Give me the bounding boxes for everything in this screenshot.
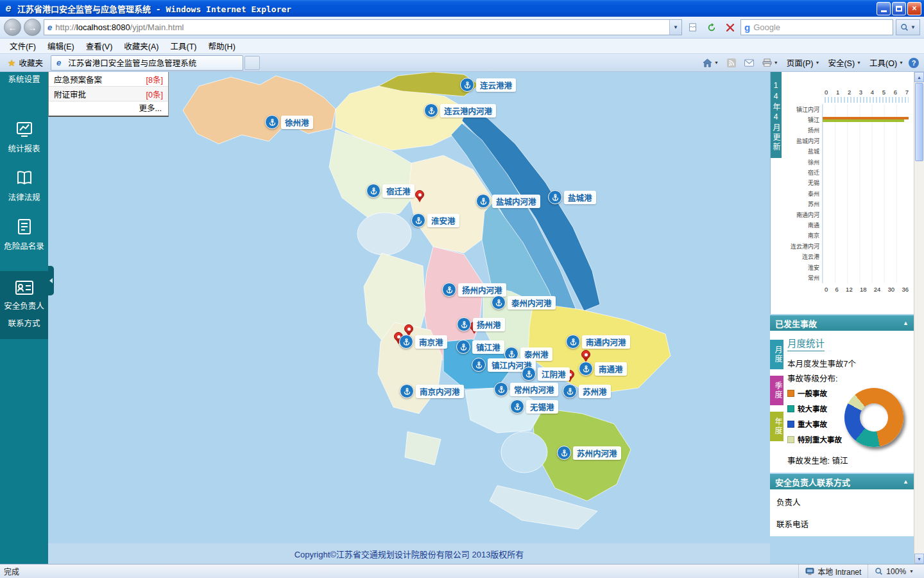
port-marker[interactable]: 常州内河港: [494, 382, 558, 396]
chart-category-label: 泰州: [782, 189, 822, 198]
search-input[interactable]: g Google: [740, 19, 893, 35]
new-tab-stub[interactable]: [244, 56, 260, 70]
port-marker[interactable]: 南京内河港: [400, 384, 464, 398]
location-pin-icon[interactable]: [581, 350, 591, 362]
sidebar-item-label: 危险品名录: [4, 240, 44, 252]
book-icon: [16, 170, 33, 186]
favorites-button[interactable]: ★ 收藏夹: [3, 57, 48, 69]
tab-main[interactable]: e 江苏省港口安全监管与应急管理系统: [51, 55, 243, 71]
forward-button[interactable]: →: [24, 19, 41, 36]
notice-label: 应急预案备案: [54, 73, 102, 85]
anchor-icon: [563, 384, 577, 398]
security-zone-indicator[interactable]: 本地 Intranet: [798, 565, 868, 578]
map-area[interactable]: 连云港港连云港内河港徐州港宿迁港淮安港盐城内河港盐城港扬州内河港泰州内河港扬州港…: [48, 72, 770, 564]
sidebar-item-system-settings[interactable]: 系统设置: [8, 73, 40, 85]
address-input[interactable]: e http://localhost:8080/yjpt/Main.html ▼: [44, 19, 682, 35]
search-button[interactable]: ▼: [896, 19, 920, 35]
anchor-icon: [457, 317, 471, 331]
port-marker[interactable]: 扬州内河港: [442, 283, 506, 297]
location-pin-icon[interactable]: [415, 190, 425, 202]
menu-item-tools[interactable]: 工具(T): [164, 38, 202, 54]
port-marker[interactable]: 淮安港: [411, 213, 459, 227]
port-marker[interactable]: 南京港: [399, 335, 447, 349]
safety-menu-button[interactable]: 安全(S) ▼: [825, 55, 864, 71]
port-marker[interactable]: 苏州内河港: [557, 446, 621, 460]
scroll-down-button[interactable]: ▼: [914, 554, 924, 564]
port-marker[interactable]: 泰州内河港: [492, 295, 556, 310]
port-marker[interactable]: 盐城港: [548, 190, 596, 204]
chart-track: [822, 199, 909, 209]
anchor-icon: [476, 194, 490, 208]
compatibility-view-button[interactable]: [685, 19, 701, 35]
port-marker[interactable]: 宿迁港: [366, 184, 415, 198]
maximize-button[interactable]: [892, 2, 906, 15]
anchor-icon: [265, 115, 279, 129]
home-icon: [703, 58, 712, 67]
page-menu-button[interactable]: 页面(P) ▼: [783, 55, 823, 71]
port-marker[interactable]: 扬州港: [457, 317, 505, 331]
menu-item-help[interactable]: 帮助(H): [202, 38, 241, 54]
legend-label: 一般事故: [798, 388, 827, 398]
help-button[interactable]: ?: [909, 58, 919, 68]
port-marker[interactable]: 无锡港: [510, 399, 558, 414]
legend-item: 特别重大事故: [787, 434, 842, 444]
sidebar-item-safety-contacts[interactable]: 安全负责人 联系方式: [0, 271, 48, 339]
menu-item-edit[interactable]: 编辑(E): [42, 38, 80, 54]
chart-category-label: 镇江内河: [782, 105, 822, 114]
scroll-up-button[interactable]: ▲: [914, 72, 924, 82]
accident-period-tab[interactable]: 年度: [770, 412, 783, 441]
feeds-button[interactable]: [724, 57, 739, 69]
menu-item-favorites[interactable]: 收藏夹(A): [118, 38, 164, 54]
accident-period-tab[interactable]: 季度: [770, 376, 783, 405]
vertical-scrollbar[interactable]: ▲ ▼: [914, 72, 924, 564]
back-button[interactable]: ←: [4, 19, 21, 36]
port-marker[interactable]: 苏州港: [563, 384, 611, 398]
menu-item-file[interactable]: 文件(F): [4, 38, 42, 54]
home-button[interactable]: ▼: [699, 57, 722, 69]
port-marker[interactable]: 江阴港: [522, 367, 570, 381]
port-label: 南京内河港: [416, 385, 464, 398]
search-placeholder: Google: [753, 22, 780, 32]
close-button[interactable]: ×: [907, 2, 921, 15]
intranet-zone-icon: [805, 568, 814, 575]
port-label: 宿迁港: [382, 184, 415, 198]
port-statistics-chart-panel: 14年4月更新 01234567 镇江内河镇江扬州盐城内河盐城徐州宿迁无锡泰州苏…: [770, 72, 914, 314]
sidebar-item-hazmat-list[interactable]: 危险品名录: [0, 213, 48, 257]
chart-category-label: 宿迁: [782, 168, 822, 177]
accident-period-tab[interactable]: 月度: [770, 340, 783, 369]
port-marker[interactable]: 徐州港: [265, 115, 313, 129]
notice-count-badge: [8条]: [146, 73, 163, 85]
port-marker[interactable]: 镇江港: [456, 340, 504, 354]
sidebar-collapse-handle[interactable]: [48, 266, 54, 295]
read-mail-button[interactable]: [741, 57, 757, 69]
sidebar-item-laws[interactable]: 法律法规: [0, 164, 48, 208]
menu-item-view[interactable]: 查看(V): [80, 38, 119, 54]
scrollbar-thumb[interactable]: [915, 83, 923, 161]
notice-row-certificate-approval[interactable]: 附证审批 [0条]: [49, 87, 168, 101]
anchor-icon: [579, 362, 593, 376]
zoom-control[interactable]: 100% ▼: [868, 565, 920, 578]
address-dropdown-button[interactable]: ▼: [669, 20, 681, 35]
port-marker[interactable]: 连云港港: [460, 78, 516, 92]
notice-more-link[interactable]: 更多...: [49, 101, 168, 116]
tab-favicon-icon: e: [56, 58, 61, 67]
port-marker[interactable]: 南通港: [579, 362, 627, 376]
tools-menu-button[interactable]: 工具(O) ▼: [866, 55, 907, 71]
chart-track: [822, 231, 909, 241]
port-marker[interactable]: 连云港内河港: [424, 103, 496, 118]
legend-swatch: [787, 390, 794, 397]
refresh-button[interactable]: [703, 19, 719, 35]
contact-panel-header[interactable]: 安全负责人联系方式 ▲: [770, 474, 914, 489]
port-marker[interactable]: 南通内河港: [566, 335, 630, 349]
notice-row-emergency-plan[interactable]: 应急预案备案 [8条]: [49, 72, 168, 87]
port-label: 镇江港: [472, 340, 504, 354]
accident-tabs: 月度季度年度: [770, 340, 783, 441]
print-button[interactable]: ▼: [759, 57, 782, 69]
safety-menu-label: 安全(S): [828, 57, 855, 69]
accident-panel-header[interactable]: 已发生事故 ▲: [770, 315, 914, 331]
sidebar-item-reports[interactable]: 统计报表: [0, 116, 48, 159]
chart-category-label: 镇江: [782, 116, 822, 124]
port-marker[interactable]: 盐城内河港: [476, 194, 540, 208]
stop-button[interactable]: [722, 19, 738, 35]
minimize-button[interactable]: [877, 2, 891, 15]
